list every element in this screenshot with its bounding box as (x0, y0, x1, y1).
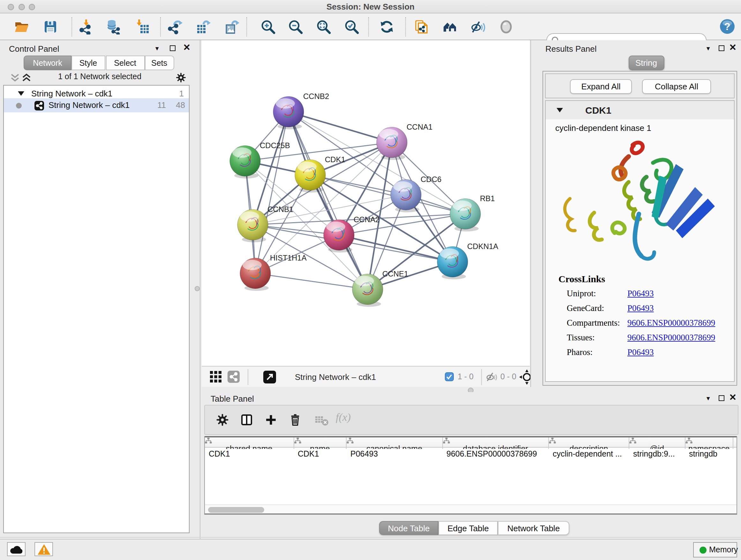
column-header-shared-name[interactable]: shared name (205, 437, 294, 449)
birdseye-grid-icon[interactable] (209, 370, 222, 383)
network-node-CCNE1[interactable] (352, 274, 383, 307)
tab-style[interactable]: Style (71, 56, 105, 70)
open-in-new-window-icon[interactable] (263, 370, 276, 384)
hidden-eye-icon[interactable] (486, 372, 497, 382)
collapse-all-button[interactable]: Collapse All (642, 79, 711, 94)
string-style-icon[interactable] (227, 370, 240, 383)
tab-node-table[interactable]: Node Table (379, 521, 439, 535)
table-cell[interactable]: stringdb:9... (629, 449, 685, 460)
tab-edge-table[interactable]: Edge Table (439, 521, 498, 535)
network-node-CDK1[interactable] (295, 160, 326, 192)
network-collection-row[interactable]: String Network – cdk1 1 (4, 85, 189, 98)
delete-table-icon[interactable] (315, 416, 329, 426)
refresh-layout-icon[interactable] (379, 19, 394, 35)
column-header-database-identifier[interactable]: database identifier (443, 437, 549, 449)
hide-selected-eye-icon[interactable] (470, 19, 486, 35)
table-cell[interactable]: 9606.ENSP00000378699 (443, 449, 549, 460)
tab-sets[interactable]: Sets (145, 56, 174, 70)
add-column-icon[interactable] (264, 413, 278, 427)
network-node-HIST1H1A[interactable] (240, 258, 271, 291)
attribute-type-icon (205, 437, 212, 444)
cdk1-section-header[interactable]: CDK1 (546, 101, 734, 119)
network-node-CDC6[interactable] (391, 179, 421, 212)
column-header-name[interactable]: name (294, 437, 347, 449)
edge-HIST1H1A-CCNE1[interactable] (255, 273, 367, 289)
cloud-status-button[interactable] (7, 542, 25, 556)
edge-CCNB2-CCNE1[interactable] (288, 112, 367, 289)
maximize-panel-icon[interactable] (170, 45, 175, 52)
attribute-type-icon (294, 437, 301, 444)
zoom-fit-icon[interactable] (316, 19, 331, 35)
import-table-icon[interactable] (135, 19, 150, 35)
edge-CCNB2-HIST1H1A[interactable] (255, 112, 288, 273)
column-header-label: database identifier (463, 444, 528, 449)
tab-select[interactable]: Select (106, 56, 145, 70)
string-home-icon[interactable] (442, 19, 458, 35)
section-expander-icon[interactable] (556, 108, 563, 112)
zoom-in-icon[interactable] (260, 19, 276, 35)
edge-CCNB2-CCNA1[interactable] (288, 112, 392, 142)
tab-string[interactable]: String (628, 56, 664, 70)
show-columns-icon[interactable] (240, 413, 253, 427)
edge-CCNA2-CDKN1A[interactable] (339, 235, 453, 262)
close-panel-icon[interactable]: ✕ (183, 42, 191, 52)
left-splitter-handle[interactable] (195, 286, 200, 291)
network-row-selected[interactable]: String Network – cdk1 11 48 (4, 98, 189, 112)
crosslink-value-link[interactable]: P06493 (627, 348, 654, 358)
float-panel-icon[interactable]: ▼ (705, 395, 711, 401)
node-table[interactable]: shared namenamecanonical namedatabase id… (204, 436, 737, 515)
function-builder-icon[interactable]: f(x) (336, 411, 351, 424)
import-database-icon[interactable] (105, 19, 121, 35)
network-node-CCNB1[interactable] (238, 209, 268, 242)
column-header--id[interactable]: @id (629, 437, 685, 449)
table-cell[interactable]: CDK1 (294, 449, 347, 460)
crosslink-value-link[interactable]: 9606.ENSP00000378699 (627, 318, 715, 328)
tab-network-table[interactable]: Network Table (498, 521, 569, 535)
network-options-gear-icon[interactable] (175, 72, 186, 83)
column-header-namespace[interactable]: namespace (685, 437, 733, 449)
table-cell[interactable]: cyclin-dependent ... (549, 449, 629, 460)
save-session-icon[interactable] (43, 19, 58, 35)
delete-column-icon[interactable] (288, 413, 302, 427)
close-panel-icon[interactable]: ✕ (729, 42, 737, 52)
node-label-CCNA1: CCNA1 (407, 123, 432, 131)
expand-all-button[interactable]: Expand All (570, 79, 632, 94)
network-node-CDKN1A[interactable] (437, 246, 468, 279)
share-document-icon[interactable] (414, 19, 429, 35)
warning-status-button[interactable] (35, 542, 53, 556)
float-panel-icon[interactable]: ▼ (154, 45, 160, 52)
column-header-description[interactable]: description (549, 437, 629, 449)
selected-checkbox-icon[interactable] (445, 372, 454, 381)
network-node-CCNA1[interactable] (377, 127, 407, 160)
help-icon[interactable]: ? (719, 18, 735, 34)
maximize-panel-icon[interactable] (719, 395, 724, 402)
float-panel-icon[interactable]: ▼ (705, 45, 711, 52)
open-file-icon[interactable] (14, 19, 29, 35)
crosslink-value-link[interactable]: 9606.ENSP00000378699 (627, 333, 715, 343)
table-h-scrollbar[interactable] (205, 504, 737, 513)
node-label-CCNB1: CCNB1 (267, 205, 293, 213)
memory-button[interactable]: Memory (693, 542, 737, 557)
show-hidden-eye-icon[interactable] (498, 19, 514, 35)
zoom-out-icon[interactable] (288, 19, 303, 35)
zoom-selected-icon[interactable] (344, 19, 359, 35)
export-network-icon[interactable] (167, 19, 183, 35)
column-header-canonical-name[interactable]: canonical name (347, 437, 443, 449)
network-node-RB1[interactable] (450, 199, 481, 232)
collection-expander-icon[interactable] (18, 91, 24, 96)
network-node-CDC25B[interactable] (230, 145, 260, 179)
maximize-panel-icon[interactable] (719, 45, 724, 52)
table-cell[interactable]: P06493 (347, 449, 443, 460)
table-cell[interactable]: stringdb (685, 449, 733, 460)
network-canvas[interactable]: CCNB2CCNA1CDC25BCDK1CDC6RB1CCNB1CCNA2CDK… (202, 40, 530, 366)
export-table-icon[interactable] (195, 19, 211, 35)
edge-CDK1-RB1[interactable] (310, 175, 465, 214)
import-network-icon[interactable] (78, 19, 94, 35)
crosslink-value-link[interactable]: P06493 (627, 289, 654, 299)
export-image-icon[interactable] (224, 19, 239, 35)
table-options-gear-icon[interactable] (216, 413, 229, 427)
table-cell[interactable]: CDK1 (205, 449, 294, 460)
tab-network[interactable]: Network (23, 56, 71, 70)
close-panel-icon[interactable]: ✕ (729, 392, 737, 402)
crosslink-value-link[interactable]: P06493 (627, 303, 654, 314)
